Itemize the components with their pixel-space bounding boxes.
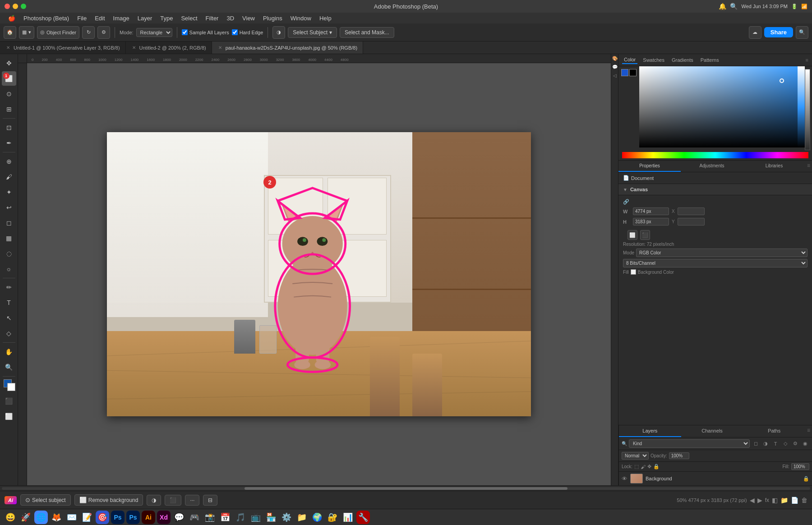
fg-swatch[interactable] (621, 69, 628, 76)
cloud-icon-btn[interactable]: ☁ (749, 26, 761, 39)
layer-visibility-icon[interactable]: 👁 (622, 475, 627, 482)
swatches-tab[interactable]: Swatches (641, 56, 666, 64)
group-layers-btn[interactable]: 📁 (780, 497, 788, 504)
search-toolbar-btn[interactable]: 🔍 (796, 26, 808, 39)
hand-tool[interactable]: ✋ (2, 345, 16, 359)
layers-smart-filter[interactable]: ⚙ (791, 440, 799, 448)
patterns-tab[interactable]: Patterns (699, 56, 721, 64)
menu-filter[interactable]: Filter (202, 14, 222, 23)
menu-photoshop[interactable]: Photoshop (Beta) (20, 14, 73, 23)
dock-firefox[interactable]: 🦊 (50, 511, 63, 524)
zoom-tool[interactable]: 🔍 (2, 360, 16, 374)
layer-background[interactable]: 👁 Background 🔒 (619, 472, 812, 485)
color-gradient-area[interactable] (639, 66, 805, 147)
menu-type[interactable]: Type (157, 14, 176, 23)
dock-music[interactable]: 🎵 (234, 511, 247, 524)
dock-xd[interactable]: Xd (157, 511, 171, 524)
search-icon[interactable]: 🔍 (730, 3, 738, 10)
brush-tool[interactable]: 🖌 (2, 170, 16, 184)
menu-apple[interactable]: 🍎 (5, 14, 19, 23)
menu-help[interactable]: Help (316, 14, 335, 23)
pen-tool[interactable]: ✏ (2, 280, 16, 295)
menu-plugins[interactable]: Plugins (259, 14, 286, 23)
eraser-tool[interactable]: ◻ (2, 216, 16, 230)
tab-close-2[interactable]: ✕ (131, 45, 137, 51)
lasso-tool[interactable]: ⊙ (2, 87, 16, 101)
lock-artboard-icon[interactable]: ✥ (647, 464, 651, 470)
tab-close-1[interactable]: ✕ (5, 45, 11, 51)
dock-ps-blue[interactable]: Ps (111, 511, 125, 524)
canvas-content[interactable]: 2 (27, 63, 611, 485)
dock-app2[interactable]: 🎮 (188, 511, 201, 524)
next-state-icon[interactable]: ▶ (757, 497, 762, 504)
settings-status-btn[interactable]: ⊟ (203, 495, 217, 506)
menu-3d[interactable]: 3D (223, 14, 238, 23)
dock-filezilla[interactable]: 🔧 (356, 511, 370, 524)
layers-type-filter[interactable]: T (771, 440, 780, 448)
selection-tool[interactable]: 1 ⬜ (2, 71, 16, 86)
dock-terminal[interactable]: 🔐 (326, 511, 339, 524)
dock-appstore[interactable]: 🏪 (264, 511, 278, 524)
settings-btn[interactable]: ⚙ (97, 26, 110, 39)
channels-tab[interactable]: Channels (681, 425, 743, 437)
menu-file[interactable]: File (74, 14, 90, 23)
x-input[interactable] (678, 207, 705, 215)
hscroll-track[interactable] (2, 487, 810, 490)
menu-layer[interactable]: Layer (134, 14, 156, 23)
close-button[interactable] (5, 4, 10, 9)
background-color[interactable] (7, 383, 15, 391)
layers-pixel-filter[interactable]: ◻ (752, 440, 760, 448)
bg-swatch[interactable] (629, 69, 637, 76)
home-btn[interactable]: 🏠 (4, 26, 16, 39)
fill-swatch[interactable] (631, 269, 636, 275)
dock-launchpad[interactable]: 🚀 (19, 511, 32, 524)
dock-apple-tv[interactable]: 📺 (249, 511, 263, 524)
height-input[interactable] (633, 218, 669, 226)
layers-kind-filter[interactable]: Kind (629, 439, 750, 448)
mask-btn[interactable]: ◑ (147, 495, 161, 506)
canvas-section-header[interactable]: ▼ Canvas (618, 184, 812, 195)
menu-select[interactable]: Select (177, 14, 201, 23)
color-panel-options-icon[interactable]: ≡ (806, 57, 808, 63)
tab-paul-hanaoka[interactable]: ✕ paul-hanaoka-w2DsS-ZAP4U-unsplash.jpg … (212, 41, 363, 54)
width-input[interactable] (633, 207, 669, 215)
new-layer-btn[interactable]: 📄 (791, 497, 798, 504)
menu-image[interactable]: Image (110, 14, 133, 23)
context-icon-btn[interactable]: ⬛ (165, 495, 181, 506)
window-controls[interactable] (5, 4, 26, 9)
layers-filter-toggle[interactable]: ◉ (801, 440, 809, 448)
fill-input[interactable] (791, 463, 809, 470)
comment-icon[interactable]: 💬 (612, 64, 618, 69)
more-options-btn[interactable]: ··· (185, 495, 199, 506)
adjustments-tab[interactable]: Adjustments (681, 161, 743, 172)
menu-edit[interactable]: Edit (91, 14, 108, 23)
layers-shape-filter[interactable]: ◇ (781, 440, 789, 448)
quick-mask-toggle[interactable]: ⬛ (2, 394, 16, 408)
color-gradient-picker[interactable] (639, 66, 805, 147)
canvas-area[interactable]: 0 200 400 600 800 1000 1200 1400 1600 18… (18, 54, 611, 485)
hue-slider-container[interactable] (622, 152, 808, 158)
tab-untitled2[interactable]: ✕ Untitled-2 @ 200% (2, RGB/8) (126, 41, 212, 54)
arrow-icon[interactable]: ◁ (613, 73, 617, 78)
crop-tool[interactable]: ⊡ (2, 120, 16, 135)
opacity-strip[interactable] (805, 69, 810, 150)
lock-transparent-icon[interactable]: ⬚ (634, 464, 639, 470)
mode-dropdown[interactable]: Rectangle Ellipse Lasso (136, 28, 172, 37)
color-tab[interactable]: Color (622, 56, 637, 64)
dock-ai[interactable]: Ai (142, 511, 155, 524)
notification-icon[interactable]: 🔔 (719, 3, 726, 10)
paths-tab[interactable]: Paths (743, 425, 805, 437)
blur-tool[interactable]: ◌ (2, 246, 16, 261)
prev-state-icon[interactable]: ◀ (750, 497, 755, 504)
eyedropper-tool[interactable]: ✒ (2, 136, 16, 150)
dock-keynote[interactable]: 🎯 (96, 511, 109, 524)
tab-untitled1[interactable]: ✕ Untitled-1 @ 100% (Generative Layer 3,… (0, 41, 126, 54)
color-mode-icon[interactable]: 🎨 (612, 56, 618, 61)
dock-earth[interactable]: 🌍 (310, 511, 324, 524)
dock-chrome[interactable]: 🌐 (34, 511, 48, 524)
props-menu-icon[interactable]: ≡ (805, 161, 812, 172)
dock-chart[interactable]: 📊 (341, 511, 355, 524)
lock-position-icon[interactable]: 🔒 (653, 464, 660, 470)
object-finder-btn[interactable]: ◎ Object Finder (37, 26, 79, 39)
document-canvas[interactable]: 2 (107, 132, 531, 416)
